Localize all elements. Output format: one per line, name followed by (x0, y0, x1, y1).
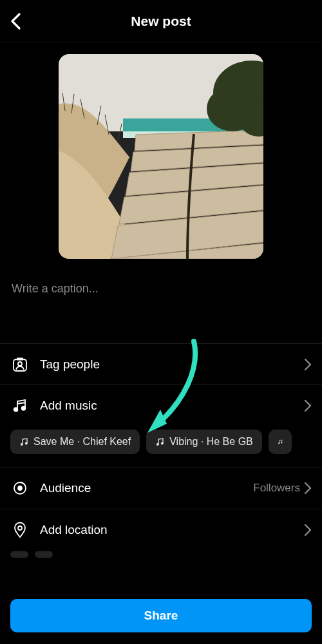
music-chip-more[interactable] (269, 430, 292, 454)
add-location-row[interactable]: Add location (0, 509, 322, 550)
post-image-preview[interactable] (59, 54, 263, 259)
music-chip-label: Vibing · He Be GB (169, 436, 253, 448)
tag-people-icon (12, 356, 28, 373)
svg-point-17 (21, 443, 23, 446)
chevron-right-icon (304, 482, 312, 495)
svg-point-21 (278, 442, 279, 444)
svg-point-24 (18, 486, 22, 490)
svg-rect-12 (14, 359, 26, 371)
location-pin-icon (12, 522, 28, 538)
add-location-label: Add location (40, 523, 304, 537)
music-chip[interactable]: Save Me · Chief Keef (10, 430, 140, 454)
audience-label: Audience (40, 481, 253, 495)
chevron-left-icon (10, 13, 22, 30)
preview-photo (59, 54, 263, 259)
audience-value: Followers (253, 482, 300, 495)
share-button[interactable]: Share (10, 599, 312, 632)
add-music-row[interactable]: Add music (0, 384, 322, 426)
music-chip-label: Save Me · Chief Keef (33, 436, 131, 448)
music-suggestions: Save Me · Chief Keef Vibing · He Be GB (0, 426, 322, 468)
chevron-right-icon (304, 524, 312, 536)
music-note-icon (278, 437, 283, 446)
add-music-label: Add music (40, 399, 304, 413)
tag-people-label: Tag people (40, 357, 304, 372)
music-chip[interactable]: Vibing · He Be GB (146, 430, 262, 454)
svg-point-19 (156, 443, 159, 446)
page-title: New post (131, 14, 191, 29)
chevron-right-icon (304, 358, 312, 371)
header: New post (0, 0, 322, 43)
music-note-icon (155, 437, 164, 446)
location-suggestions (0, 550, 322, 560)
back-button[interactable] (6, 9, 26, 33)
location-chip[interactable] (35, 551, 53, 558)
svg-point-20 (161, 442, 164, 445)
caption-input[interactable] (12, 282, 310, 296)
svg-point-25 (18, 526, 22, 530)
chevron-right-icon (304, 399, 312, 412)
svg-point-14 (14, 408, 18, 412)
svg-point-18 (25, 442, 28, 445)
audience-row[interactable]: Audience Followers (0, 468, 322, 509)
svg-point-15 (22, 406, 26, 410)
tag-people-row[interactable]: Tag people (0, 343, 322, 384)
caption-area (0, 259, 322, 302)
location-chip[interactable] (10, 551, 28, 558)
svg-point-13 (18, 362, 22, 366)
footer: Share (0, 590, 322, 644)
svg-point-22 (281, 442, 282, 443)
preview-area (0, 43, 322, 259)
music-note-icon (19, 437, 28, 446)
music-icon (12, 397, 28, 414)
audience-icon (12, 480, 28, 497)
svg-line-16 (17, 402, 25, 404)
